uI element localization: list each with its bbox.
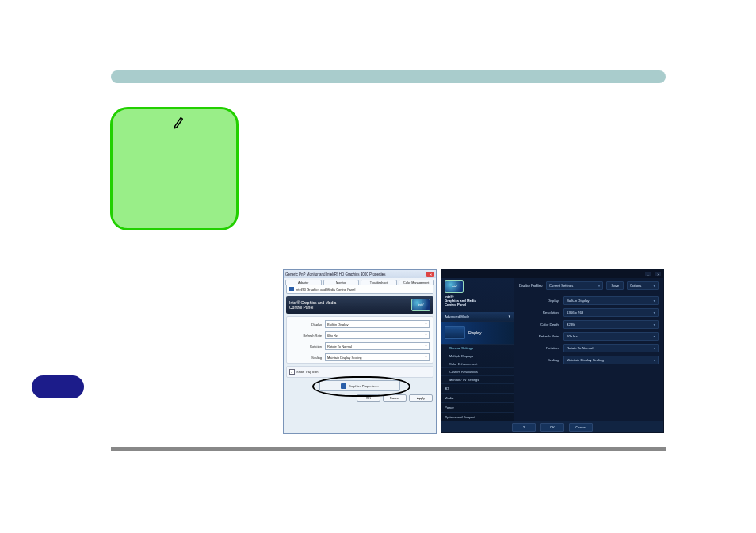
section-heading-bar xyxy=(111,70,666,83)
ok-button[interactable]: OK xyxy=(357,394,380,402)
scaling-dropdown[interactable]: Maintain Display Scaling▼ xyxy=(325,353,430,361)
help-button[interactable]: ? xyxy=(512,423,536,432)
icp-scaling-label: Scaling xyxy=(519,358,559,362)
apply-button[interactable]: Apply xyxy=(409,394,433,402)
sidebar-note-box xyxy=(110,107,239,230)
icp-color-depth-dropdown[interactable]: 32 Bit▼ xyxy=(563,320,659,329)
icp-display-form: Display Built-in Display▼ Resolution 136… xyxy=(519,296,659,364)
cancel-button[interactable]: Cancel xyxy=(383,394,407,402)
intel-panel-title: Intel® Graphics and Media Control Panel xyxy=(289,300,336,310)
minimize-icon[interactable]: – xyxy=(645,272,651,276)
chevron-down-icon: ▼ xyxy=(425,356,427,359)
chevron-down-icon: ▼ xyxy=(653,299,655,303)
page-number-badge xyxy=(32,375,84,398)
close-icon[interactable]: ✕ xyxy=(655,272,661,276)
icp-rotation-value: Rotate To Normal xyxy=(567,346,593,350)
icp-logo-block: intel Intel® Graphics and Media Control … xyxy=(441,278,514,309)
sidebar-sub-monitor-tv-settings[interactable]: Monitor / TV Settings xyxy=(441,375,514,383)
icp-refresh-rate-value: 60p Hz xyxy=(567,334,578,338)
rotation-dropdown[interactable]: Rotate To Normal▼ xyxy=(325,342,430,350)
graphics-form: Display Built-in Display▼ Refresh Rate 6… xyxy=(286,316,433,364)
pen-icon xyxy=(171,114,188,131)
tab-troubleshoot[interactable]: Troubleshoot xyxy=(361,280,397,285)
rotation-label: Rotation xyxy=(290,345,322,348)
graphics-properties-button[interactable]: Graphics Properties... xyxy=(319,380,400,391)
icp-display-label: Display xyxy=(519,299,559,303)
chevron-down-icon: ▼ xyxy=(653,359,655,362)
icp-window-controls: – ✕ xyxy=(441,270,663,278)
sidebar-sub-multiple-displays[interactable]: Multiple Displays xyxy=(441,352,514,360)
save-button[interactable]: Save xyxy=(606,281,624,290)
show-tray-label: Show Tray Icon xyxy=(296,370,319,374)
sidebar-item-media[interactable]: Media xyxy=(441,393,514,402)
display-dropdown[interactable]: Built-in Display▼ xyxy=(325,320,430,328)
options-dropdown[interactable]: Options ▼ xyxy=(627,281,659,290)
icp-color-depth-value: 32 Bit xyxy=(567,322,575,326)
display-profiles-label: Display Profiles: xyxy=(519,284,543,287)
page-bottom-rule xyxy=(111,447,666,451)
advanced-mode-dropdown[interactable]: Advanced Mode ▼ xyxy=(441,312,514,321)
icp-scaling-dropdown[interactable]: Maintain Display Scaling▼ xyxy=(563,356,659,364)
sidebar-sub-general-settings[interactable]: General Settings xyxy=(441,344,514,352)
tab-color-management[interactable]: Color Management xyxy=(399,280,435,285)
sidebar-item-display[interactable]: Display xyxy=(441,321,514,344)
sidebar-item-power[interactable]: Power xyxy=(441,402,514,412)
icp-refresh-rate-dropdown[interactable]: 60p Hz▼ xyxy=(563,332,659,341)
chevron-down-icon: ▼ xyxy=(653,335,655,338)
refresh-rate-value: 60p Hz xyxy=(327,333,338,337)
sidebar-item-3d[interactable]: 3D xyxy=(441,383,514,393)
sidebar-sub-custom-resolutions[interactable]: Custom Resolutions xyxy=(441,367,514,375)
intel-icon xyxy=(289,287,294,291)
close-icon[interactable]: ✕ xyxy=(426,272,434,277)
graphics-properties-icon xyxy=(341,383,346,389)
dialog-title: Generic PnP Monitor and Intel(R) HD Grap… xyxy=(285,272,385,276)
icp-display-value: Built-in Display xyxy=(567,299,589,303)
ok-button[interactable]: OK xyxy=(540,423,564,432)
chevron-down-icon: ▼ xyxy=(653,323,655,326)
display-label: Display xyxy=(290,322,322,326)
tab-adapter[interactable]: Adapter xyxy=(285,280,322,285)
chevron-down-icon: ▼ xyxy=(425,322,427,326)
icp-display-dropdown[interactable]: Built-in Display▼ xyxy=(563,296,659,305)
display-thumb-icon xyxy=(445,326,465,339)
options-dropdown-label: Options xyxy=(630,284,641,287)
display-value: Built-in Display xyxy=(327,322,348,326)
dialog-tabstrip: Adapter Monitor Troubleshoot Color Manag… xyxy=(284,278,436,285)
icp-resolution-dropdown[interactable]: 1366 x 768▼ xyxy=(563,308,659,317)
intel-logo-icon: intel xyxy=(445,280,464,293)
advanced-mode-label: Advanced Mode xyxy=(445,314,469,318)
intel-logo-icon: intel xyxy=(411,299,430,311)
icp-sidebar: intel Intel® Graphics and Media Control … xyxy=(441,278,514,421)
display-profiles-dropdown[interactable]: Current Settings ▼ xyxy=(546,281,603,290)
dialog-button-row: OK Cancel Apply xyxy=(284,391,436,405)
icp-content: Display Profiles: Current Settings ▼ Sav… xyxy=(514,278,663,421)
chevron-down-icon: ▼ xyxy=(598,284,600,287)
icp-color-depth-label: Color Depth xyxy=(519,322,559,326)
chevron-down-icon: ▼ xyxy=(653,347,655,350)
chevron-down-icon: ▼ xyxy=(425,345,427,348)
icp-rotation-label: Rotation xyxy=(519,346,559,350)
sidebar-sub-color-enhancement[interactable]: Color Enhancement xyxy=(441,360,514,367)
chevron-down-icon: ▼ xyxy=(653,284,655,287)
show-tray-checkbox[interactable]: ✓ xyxy=(289,369,295,375)
intel-subtab[interactable]: Intel(R) Graphics and Media Control Pane… xyxy=(286,285,433,294)
cancel-button[interactable]: Cancel xyxy=(569,423,593,432)
rotation-value: Rotate To Normal xyxy=(327,345,352,348)
sidebar-item-options[interactable]: Options and Support xyxy=(441,412,514,421)
intel-panel-header: Intel® Graphics and Media Control Panel … xyxy=(286,296,433,314)
icp-top-controls: Display Profiles: Current Settings ▼ Sav… xyxy=(519,281,659,290)
icp-rotation-dropdown[interactable]: Rotate To Normal▼ xyxy=(563,344,659,352)
icp-bottom-bar: ? OK Cancel xyxy=(441,421,663,432)
tab-monitor[interactable]: Monitor xyxy=(323,280,360,285)
chevron-down-icon: ▼ xyxy=(425,333,427,337)
intel-subtab-label: Intel(R) Graphics and Media Control Pane… xyxy=(296,287,355,291)
refresh-rate-dropdown[interactable]: 60p Hz▼ xyxy=(325,331,430,339)
intel-control-panel-window: – ✕ intel Intel® Graphics and Media Cont… xyxy=(441,269,664,433)
chevron-down-icon: ▼ xyxy=(508,314,511,318)
graphics-properties-button-label: Graphics Properties... xyxy=(349,384,380,388)
icp-title-l3: Control Panel xyxy=(445,303,476,306)
chevron-down-icon: ▼ xyxy=(653,311,655,314)
dialog-titlebar[interactable]: Generic PnP Monitor and Intel(R) HD Grap… xyxy=(284,270,436,278)
display-profiles-value: Current Settings xyxy=(549,284,573,287)
icp-resolution-label: Resolution xyxy=(519,310,559,314)
